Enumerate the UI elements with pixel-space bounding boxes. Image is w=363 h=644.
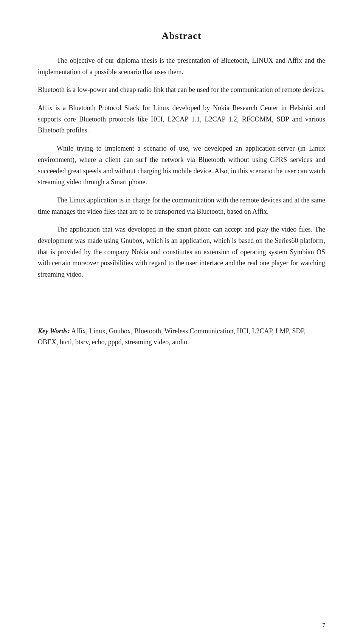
- keywords-label: Key Words:: [38, 327, 70, 335]
- paragraph-1: The objective of our diploma thesis is t…: [38, 55, 325, 78]
- keywords-section: Key Words: Affix, Linux, Gnubox, Bluetoo…: [38, 326, 325, 348]
- page: Abstract The objective of our diploma th…: [0, 0, 363, 644]
- paragraph-4: While trying to implement a scenario of …: [38, 143, 325, 188]
- paragraph-5: The Linux application is in charge for t…: [38, 195, 325, 217]
- keywords-values: Affix, Linux, Gnubox, Bluetooth, Wireles…: [38, 327, 306, 346]
- paragraph-3: Affix is a Bluetooth Protocol Stack for …: [38, 103, 325, 136]
- paragraph-6: The application that was developed in th…: [38, 224, 325, 280]
- abstract-title: Abstract: [38, 30, 325, 42]
- body-content: The objective of our diploma thesis is t…: [38, 55, 325, 280]
- paragraph-2: Bluetooth is a low-power and cheap radio…: [38, 84, 325, 96]
- page-number: 7: [322, 622, 325, 629]
